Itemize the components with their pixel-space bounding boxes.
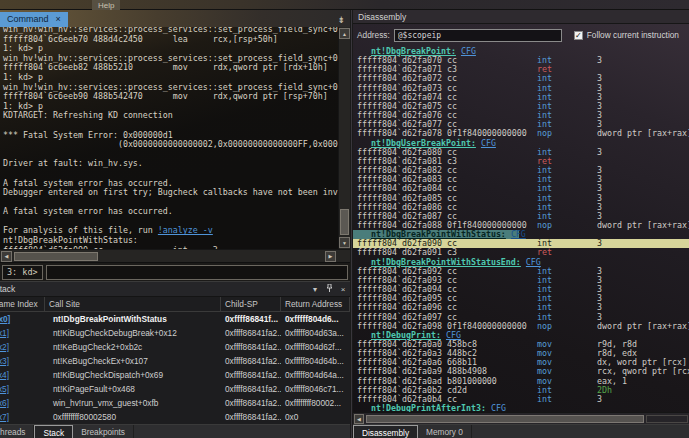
tab-command[interactable]: Command × <box>0 12 68 27</box>
operand: 3 <box>597 394 602 404</box>
scroll-track[interactable] <box>646 415 688 423</box>
scroll-down-icon[interactable]: ▼ <box>339 237 350 248</box>
command-tab-bar: Command × ⇟ <box>0 10 350 27</box>
frame-index-link[interactable]: [0x2] <box>0 340 45 354</box>
checkbox-check-icon[interactable]: ✓ <box>574 31 583 40</box>
stack-title-bar: Stack ▾ × <box>0 282 350 297</box>
menu-help[interactable]: Help <box>92 0 120 10</box>
frame-index-link[interactable]: [0x4] <box>0 368 45 382</box>
close-icon[interactable]: × <box>336 285 350 294</box>
stack-frame-row[interactable]: [0x2]nt!KeBugCheck2+0xb2c0xffff86841fa2.… <box>0 340 350 354</box>
call-site: nt!KiBugCheckDebugBreak+0x12 <box>45 326 221 340</box>
frame-index-link[interactable]: [0x3] <box>0 354 45 368</box>
cfg-link[interactable]: CFG <box>461 46 476 56</box>
mnemonic: nop <box>537 322 597 331</box>
cfg-link[interactable]: CFG <box>511 229 526 239</box>
tab-disassembly[interactable]: Disassembly <box>353 425 418 438</box>
follow-current-instruction-checkbox[interactable]: ✓ Follow current instruction <box>574 30 679 40</box>
frame-index-link[interactable]: [0x6] <box>0 396 45 410</box>
stack-frame-row[interactable]: [0x0]nt!DbgBreakPointWithStatus0xffff868… <box>0 312 350 326</box>
frame-index-link[interactable]: [0x7] <box>0 410 45 424</box>
command-horizontal-scrollbar[interactable]: ◀ ▶ <box>0 249 350 262</box>
output-text: fffff804`6c6eeb82 488b5210 mov rdx,qword… <box>3 62 328 72</box>
scroll-up-icon[interactable]: ▲ <box>339 28 350 39</box>
stack-frame-row[interactable]: [0x4]nt!KiBugCheckDispatch+0x690xffff868… <box>0 368 350 382</box>
tab-stack[interactable]: Stack <box>34 425 73 438</box>
command-output-line: fffff804`6c6eeb70 488d4c2450 lea rcx,[rs… <box>3 35 338 45</box>
stack-frame-row[interactable]: [0x5]nt!KiPageFault+0x4680xffff86841fa2.… <box>0 382 350 396</box>
command-vertical-scrollbar[interactable]: ▲ ▼ <box>338 27 350 249</box>
return-address: 0xfffff804d6... <box>281 312 350 326</box>
command-window: win_hv!win_hv::services::process_service… <box>0 27 350 249</box>
output-text: *** Fatal System Error: 0x000000d1 <box>3 130 173 140</box>
return-address: 0xfffff804d62f... <box>281 340 350 354</box>
return-address: 0xfffff804d64b... <box>281 354 350 368</box>
analyze-link[interactable]: !analyze -v <box>158 225 213 235</box>
stack-window: Stack ▾ × Frame IndexCall SiteChild-SPRe… <box>0 281 350 424</box>
command-output-line: Debugger entered on first try; Bugcheck … <box>3 188 338 198</box>
stack-header-row: Frame IndexCall SiteChild-SPReturn Addre… <box>0 297 350 312</box>
tab-memory-0[interactable]: Memory 0 <box>418 425 472 438</box>
call-site: 0xffffffff80002580 <box>45 410 221 424</box>
close-icon[interactable]: × <box>56 14 61 24</box>
tab-breakpoints[interactable]: Breakpoints <box>73 425 134 438</box>
stack-column-header[interactable]: Call Site <box>45 297 221 311</box>
chevron-down-icon[interactable]: ▾ <box>308 285 322 294</box>
stack-column-header[interactable]: Return Address <box>281 297 350 311</box>
command-output-line: KDTARGET: Refreshing KD connection <box>3 111 338 121</box>
address-label: Address: <box>357 30 390 40</box>
command-output[interactable]: win_hv!win_hv::services::process_service… <box>0 27 338 249</box>
scroll-left-icon[interactable]: ◀ <box>354 414 364 424</box>
address-input[interactable] <box>394 29 562 42</box>
menu-bar: Help <box>0 0 689 10</box>
return-address: 0xffffffff80002... <box>281 396 350 410</box>
stack-frame-row[interactable]: [0x1]nt!KiBugCheckDebugBreak+0x120xffff8… <box>0 326 350 340</box>
child-sp: 0xffff86841fa2... <box>221 396 281 410</box>
stack-window-title: Stack <box>0 284 15 294</box>
mnemonic: nop <box>537 221 597 230</box>
output-text: Debugger entered on first try; Bugcheck … <box>3 187 338 197</box>
stack-frame-row[interactable]: [0x7]0xffffffff800025800xffff86841fa2...… <box>0 410 350 424</box>
pin-icon[interactable] <box>322 284 336 294</box>
scroll-track[interactable] <box>100 252 323 261</box>
cfg-link[interactable]: CFG <box>481 138 496 148</box>
command-output-line: fffff804`d62fa090 cc int 3 <box>3 246 338 249</box>
autoscroll-icon[interactable]: ⇟ <box>337 15 345 25</box>
disassembly-horizontal-scrollbar[interactable]: ◀ <box>353 412 689 424</box>
stack-column-header[interactable]: Frame Index <box>0 297 45 311</box>
child-sp: 0xffff86841fa2... <box>221 340 281 354</box>
stack-grid: Frame IndexCall SiteChild-SPReturn Addre… <box>0 297 350 424</box>
scroll-thumb[interactable] <box>14 252 98 261</box>
output-text: Driver at fault: win_hv.sys. <box>3 158 143 168</box>
disassembly-listing[interactable]: nt!DbgBreakPoint: CFGfffff804`d62fa070 c… <box>353 46 689 412</box>
scroll-thumb[interactable] <box>340 209 349 235</box>
disassembly-window: Disassembly Address: ✓ Follow current in… <box>353 10 689 438</box>
symbol-label: nt!DebugPrintAfterInt3: <box>371 403 486 412</box>
return-address: 0x0 <box>281 410 350 424</box>
stack-frame-row[interactable]: [0x6]win_hv!run_vmx_guest+0xfb0xffff8684… <box>0 396 350 410</box>
scroll-track[interactable] <box>339 39 350 207</box>
operand: 3 <box>597 238 602 248</box>
output-text: fffff804`6c6eeb70 488d4c2450 lea rcx,[rs… <box>3 34 278 44</box>
follow-label: Follow current instruction <box>587 30 679 40</box>
scrollbar-corner <box>338 251 349 262</box>
stack-frame-row[interactable]: [0x3]nt!KeBugCheckEx+0x1070xffff86841fa2… <box>0 354 350 368</box>
output-text: fffff804`6c6eeb90 488b542470 mov rdx,qwo… <box>3 91 328 101</box>
command-input[interactable] <box>46 265 348 280</box>
frame-index-link[interactable]: [0x0] <box>0 312 45 326</box>
scroll-thumb[interactable] <box>366 415 644 423</box>
operand: dword ptr [rax+rax] <box>597 321 689 331</box>
stack-column-header[interactable]: Child-SP <box>221 297 281 311</box>
output-text: KDTARGET: Refreshing KD connection <box>3 110 173 120</box>
cfg-link[interactable]: CFG <box>491 403 506 412</box>
scroll-left-icon[interactable]: ◀ <box>1 251 12 262</box>
command-output-line: (0x0000000000000002,0x00000000000000FF,0… <box>3 140 338 150</box>
frame-index-link[interactable]: [0x1] <box>0 326 45 340</box>
mnemonic: nop <box>537 129 597 138</box>
output-text: A fatal system error has occurred. <box>3 178 173 188</box>
stack-grid-clip: Frame IndexCall SiteChild-SPReturn Addre… <box>0 297 350 424</box>
tab-threads[interactable]: Threads <box>0 425 34 438</box>
output-text: A fatal system error has occurred. <box>3 206 173 216</box>
scroll-right-icon[interactable]: ▶ <box>325 251 336 262</box>
frame-index-link[interactable]: [0x5] <box>0 382 45 396</box>
